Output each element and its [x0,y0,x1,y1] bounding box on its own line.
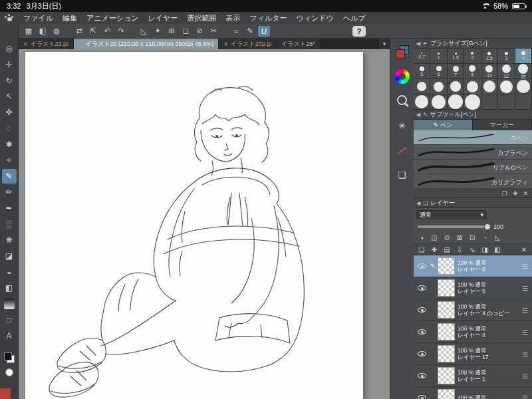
blend-mode-select[interactable]: 通常 ▾ [416,210,487,219]
brush-size-cell-2[interactable]: 2 [464,49,481,64]
menu-item-6[interactable]: フィルター [245,13,291,23]
snap-grid-icon[interactable]: ⊞ [166,26,178,37]
tab-overflow-icon[interactable]: ▾ [379,39,390,49]
material-icon[interactable]: ◍ [51,26,63,37]
tool-property-icon[interactable]: ✳ [394,118,410,134]
panel-collapse-icon[interactable]: ◀ [416,41,420,47]
zoom-panel-icon[interactable] [396,94,409,108]
brush-size-cell[interactable] [481,94,498,110]
menu-item-4[interactable]: 選択範囲 [182,13,221,23]
move-layer-tool[interactable]: ✜ [2,105,17,120]
crop-icon[interactable]: ✂ [207,26,219,37]
layer-row-2[interactable]: 100 % 通常レイヤー 4 のコピー☰ [414,299,532,321]
brush-size-cell-4[interactable]: 4 [515,49,532,64]
layer-visibility-icon[interactable] [418,263,426,269]
subtool-item-3[interactable]: カリグラフィ [414,174,532,189]
text-tool[interactable]: A [2,329,17,343]
ruler-icon[interactable]: ◺ [493,234,502,241]
tone-panel-icon[interactable]: ◧ [37,26,49,37]
layer-row-6[interactable]: 100 % 通常☰ [414,387,532,399]
brush-size-cell-15[interactable]: 15 [515,64,532,79]
brush-size-cell-7[interactable]: 7 [448,64,464,79]
canvas-area[interactable] [19,49,390,399]
operate-tool[interactable]: ↖ [2,89,17,104]
duplicate-panel-icon[interactable]: ❏ [394,167,410,183]
add-subtool-icon[interactable]: ✚ [513,190,518,197]
brush-size-cell-12[interactable]: 12 [498,64,515,79]
layer-menu-icon[interactable]: ☰ [522,307,528,314]
layer-row-3[interactable]: 100 % 通常レイヤー 4☰ [414,321,532,343]
subtool-tab-1[interactable]: マーカー [473,120,532,130]
brush-size-cell[interactable] [414,79,430,94]
layer-visibility-icon[interactable] [418,329,426,334]
brush-size-cell-5[interactable]: 5 [414,64,430,79]
combine-icon[interactable]: ◫ [430,234,439,241]
pencil-tool[interactable]: ✏ [2,185,17,200]
brush-size-cell-1.5[interactable]: 1.5 [448,49,464,64]
palette-icon[interactable]: ◑ [417,234,426,241]
layer-thumbnail[interactable] [438,279,455,297]
eyedropper-tool[interactable]: ✧ [2,153,17,168]
fill-tool[interactable]: ◧ [2,281,17,295]
subtool-item-1[interactable]: カブラペン [414,145,532,160]
redo-icon[interactable]: ↷ [115,26,127,37]
layer-thumbnail[interactable] [438,389,455,399]
canvas-tab-3[interactable]: イラスト28* [277,39,319,49]
selection-tool[interactable]: ◌ [2,121,17,136]
canvas-tab-0[interactable]: ✕イラスト23.pr [19,39,73,49]
new-folder-icon[interactable]: ▤ [442,246,452,253]
stabilize-icon[interactable]: U [258,26,270,37]
layer-menu-icon[interactable]: ☰ [522,350,528,358]
panel-collapse-icon[interactable]: ◀ [416,112,420,118]
clip-studio-red-button[interactable] [0,388,11,399]
layer-row-5[interactable]: 100 % 通常レイヤー 1☰ [414,365,532,387]
layer-thumbnail[interactable] [438,323,455,340]
apply-mask-icon[interactable]: ◧ [493,246,502,253]
zoom-tool[interactable]: ◎ [2,41,17,56]
rotate-canvas-tool[interactable]: ↻ [2,73,17,88]
brush-size-cell-8[interactable]: 8 [464,64,481,79]
snap-ruler-icon[interactable]: ◺ [138,26,150,37]
airbrush-tool[interactable]: ░ [2,217,17,231]
new-raster-layer-icon[interactable]: ❏ [417,246,426,253]
brush-size-cell[interactable] [498,79,515,94]
blend-tool[interactable]: ◒ [2,265,17,279]
subtool-item-2[interactable]: リアルGペン [414,160,532,174]
layer-row-0[interactable]: ✎100 % 通常レイヤー 6☰ [414,255,532,277]
brush-size-cell-0.7[interactable]: 0.7 [414,49,430,64]
undo-icon[interactable]: ↶ [101,26,113,37]
clip-studio-logo-icon[interactable] [4,13,15,23]
menu-item-2[interactable]: アニメーション [82,13,144,23]
brush-size-cell[interactable] [515,79,532,94]
subtool-item-0[interactable]: Gペン [414,130,532,145]
canvas-page[interactable] [25,52,363,399]
deselect-icon[interactable]: ⊘ [194,26,205,37]
brush-size-cell[interactable] [498,94,515,110]
menu-item-5[interactable]: 表示 [221,13,245,23]
transfer-layer-icon[interactable]: ⇩ [455,246,464,253]
layer-row-4[interactable]: 100 % 通常レイヤー 17☰ [414,343,532,365]
panel-collapse-icon[interactable]: ◀ [416,200,420,206]
color-set-icon[interactable] [396,45,409,59]
new-vector-layer-icon[interactable]: ✚ [430,246,439,253]
pen-pressure-icon[interactable]: ✎ [244,26,256,37]
layer-menu-icon[interactable]: ☰ [522,285,528,292]
transparent-color-chip[interactable] [5,368,13,376]
hand-tool[interactable]: ✛ [2,57,17,72]
menu-item-7[interactable]: ウィンドウ [291,13,338,23]
layer-visibility-icon[interactable] [418,373,426,378]
flip-horizontal-icon[interactable]: ⇄ [73,26,85,37]
brush-size-cell[interactable] [414,94,430,110]
create-mask-icon[interactable]: ◨ [480,246,489,253]
tab-close-icon[interactable]: ✕ [23,41,28,47]
layer-menu-icon[interactable]: ☰ [522,263,528,270]
layer-thumbnail[interactable] [438,345,455,362]
lock-icon[interactable]: ⊠ [455,234,464,241]
menu-item-0[interactable]: ファイル [19,13,58,23]
layer-thumbnail[interactable] [438,301,455,319]
select-area-icon[interactable]: ◻ [180,26,192,37]
brush-size-cell[interactable] [448,79,464,94]
auto-select-tool[interactable]: ✱ [2,137,17,152]
snap-special-ruler-icon[interactable]: ✦ [152,26,164,37]
gradient-tool[interactable] [4,299,15,309]
